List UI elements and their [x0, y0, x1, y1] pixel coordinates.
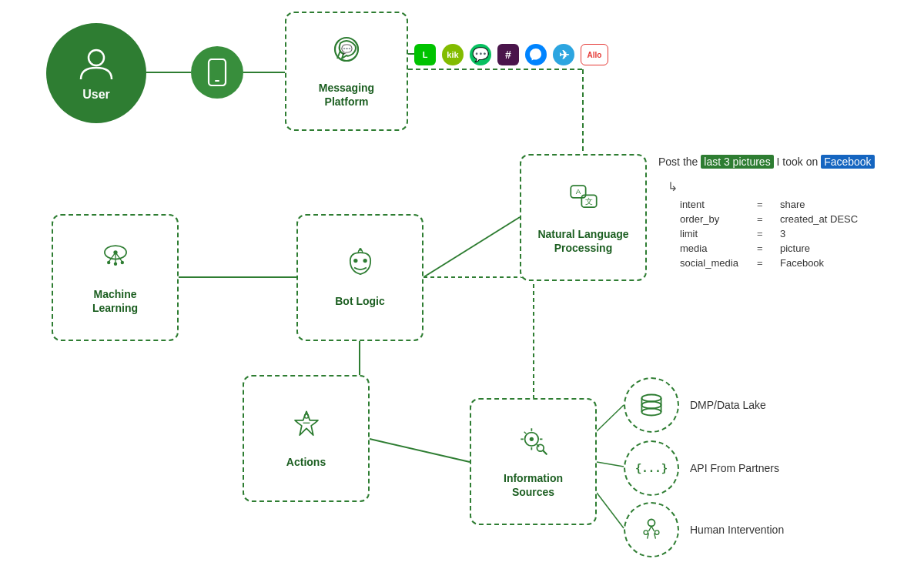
svg-line-43: [524, 431, 526, 433]
nlp-row-limit: limit = 3: [680, 228, 897, 239]
svg-point-38: [529, 437, 533, 441]
actions-label: Actions: [286, 455, 326, 469]
infosources-label: InformationSources: [504, 471, 563, 499]
nlp-val-socialmedia: Facebook: [780, 257, 824, 269]
svg-point-30: [120, 261, 123, 264]
svg-line-11: [597, 405, 624, 431]
slack-icon: #: [497, 44, 519, 65]
api-label: API From Partners: [690, 462, 779, 474]
svg-point-53: [644, 531, 648, 534]
svg-point-14: [89, 50, 104, 65]
dmp-circle: [624, 377, 679, 433]
nlp-arrow: ↳: [668, 179, 897, 194]
svg-text:文: 文: [585, 197, 593, 206]
platform-icons-row: L kik 💬 # ✈ Allo: [414, 44, 608, 65]
nlp-val-media: picture: [780, 243, 810, 254]
botlogic-box: Bot Logic: [296, 214, 424, 341]
nlp-key-orderby: order_by: [680, 213, 757, 225]
ml-label: MachineLearning: [92, 287, 138, 315]
nlp-box: A 文 Natural LanguageProcessing: [520, 154, 647, 281]
nlp-key-intent: intent: [680, 199, 757, 210]
messaging-platform-box: 💬 MessagingPlatform: [285, 12, 408, 131]
nlp-icon: A 文: [567, 180, 601, 221]
human-label: Human Intervention: [690, 524, 784, 536]
phone-node: [191, 46, 243, 99]
user-label: User: [82, 88, 110, 102]
allo-icon: Allo: [581, 44, 608, 65]
messaging-icon: 💬: [330, 34, 363, 75]
nlp-val-intent: share: [780, 199, 805, 210]
nlp-label: Natural LanguageProcessing: [537, 227, 628, 255]
svg-point-32: [353, 259, 357, 263]
user-node: User: [46, 23, 146, 123]
ml-box: MachineLearning: [52, 214, 179, 341]
svg-line-46: [543, 450, 546, 454]
infosources-icon: [517, 424, 551, 465]
nlp-row-intent: intent = share: [680, 199, 897, 210]
user-icon: [77, 45, 116, 83]
actions-box: Actions: [243, 375, 370, 502]
telegram-icon: ✈: [553, 44, 574, 65]
line-icon: L: [414, 44, 436, 65]
nlp-key-socialmedia: social_media: [680, 257, 757, 269]
svg-point-48: [641, 402, 661, 409]
svg-point-33: [363, 259, 367, 263]
svg-point-47: [641, 395, 661, 402]
botlogic-label: Bot Logic: [335, 294, 385, 308]
nlp-row-media: media = picture: [680, 243, 897, 254]
nlp-query: Post the last 3 pictures I took on Faceb…: [658, 154, 897, 170]
api-circle: {...}: [624, 440, 679, 496]
nlp-row-socialmedia: social_media = Facebook: [680, 257, 897, 269]
svg-text:A: A: [575, 187, 581, 196]
highlight-last3: last 3 pictures: [701, 155, 773, 169]
botlogic-icon: [343, 247, 377, 288]
nlp-row-orderby: order_by = created_at DESC: [680, 213, 897, 225]
phone-icon: [206, 59, 229, 86]
human-circle: [624, 502, 679, 557]
svg-line-12: [597, 462, 624, 467]
svg-point-28: [107, 261, 110, 264]
svg-point-49: [641, 409, 661, 416]
nlp-key-media: media: [680, 243, 757, 254]
svg-text:💬: 💬: [341, 43, 353, 55]
nlp-panel: Post the last 3 pictures I took on Faceb…: [658, 154, 897, 272]
svg-line-13: [597, 493, 624, 528]
messaging-label: MessagingPlatform: [319, 81, 374, 109]
svg-point-52: [648, 520, 655, 527]
svg-point-34: [359, 248, 362, 251]
kik-icon: kik: [442, 44, 464, 65]
svg-point-31: [113, 250, 117, 254]
wechat-icon: 💬: [470, 44, 491, 65]
svg-line-8: [370, 439, 470, 462]
infosources-box: InformationSources: [470, 398, 597, 525]
svg-point-54: [655, 531, 659, 534]
svg-line-5: [424, 217, 520, 277]
nlp-key-limit: limit: [680, 228, 757, 239]
highlight-facebook: Facebook: [821, 155, 874, 169]
dmp-label: DMP/Data Lake: [690, 399, 766, 411]
nlp-val-orderby: created_at DESC: [780, 213, 858, 225]
nlp-val-limit: 3: [780, 228, 785, 239]
actions-icon: [290, 408, 323, 449]
ml-icon: [99, 240, 132, 281]
nlp-table: intent = share order_by = created_at DES…: [680, 199, 897, 269]
svg-point-29: [113, 262, 116, 265]
messenger-icon: [525, 44, 547, 65]
